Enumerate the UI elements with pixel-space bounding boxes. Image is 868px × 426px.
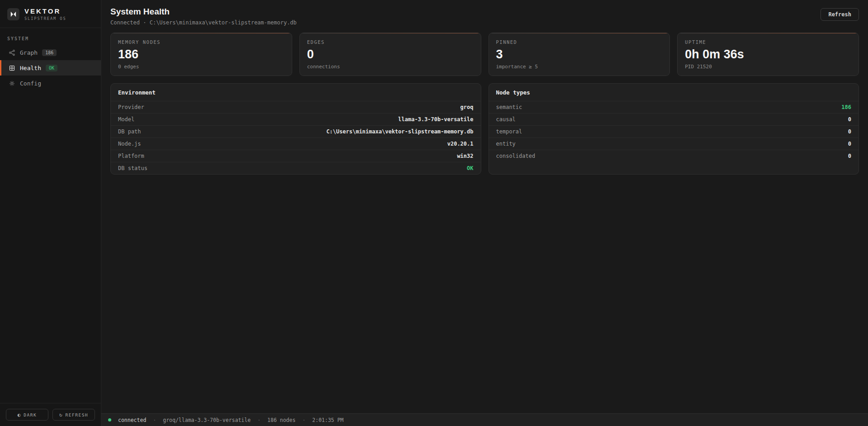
- status-separator: ·: [302, 417, 305, 423]
- row-value: llama-3.3-70b-versatile: [398, 116, 473, 123]
- stat-label: MEMORY NODES: [118, 39, 285, 45]
- stat-cards: MEMORY NODES 186 0 edges EDGES 0 connect…: [110, 33, 859, 76]
- dark-mode-button[interactable]: ◐ DARK: [6, 409, 48, 421]
- status-node-count: 186 nodes: [267, 417, 295, 423]
- dark-mode-label: DARK: [24, 412, 37, 417]
- stat-card-edges: EDGES 0 connections: [299, 33, 481, 76]
- stat-card-uptime: UPTIME 0h 0m 36s PID 21520: [677, 33, 859, 76]
- brand: VEKTOR SLIPSTREAM OS: [0, 0, 101, 28]
- stat-sub: PID 21520: [685, 64, 851, 70]
- node-type-row-entity: entity 0: [489, 137, 859, 150]
- sidebar-item-label: Config: [20, 80, 41, 87]
- brand-subtitle: SLIPSTREAM OS: [24, 16, 66, 21]
- node-type-row-consolidated: consolidated 0: [489, 150, 859, 162]
- page-header: System Health Connected · C:\Users\minim…: [101, 0, 868, 33]
- refresh-button[interactable]: Refresh: [821, 8, 859, 21]
- row-label: DB path: [118, 128, 141, 135]
- environment-panel: Environment Provider groq Model llama-3.…: [110, 83, 481, 175]
- stat-value: 186: [118, 48, 285, 61]
- env-row-provider: Provider groq: [111, 101, 481, 113]
- env-row-nodejs: Node.js v20.20.1: [111, 137, 481, 150]
- status-model: groq/llama-3.3-70b-versatile: [163, 417, 251, 423]
- health-ok-badge: OK: [46, 65, 57, 71]
- sidebar-item-label: Graph: [20, 49, 38, 56]
- node-type-row-temporal: temporal 0: [489, 125, 859, 137]
- sidebar-section-label: SYSTEM: [0, 36, 101, 41]
- row-label: Model: [118, 116, 134, 123]
- row-label: Provider: [118, 104, 144, 110]
- stat-card-pinned: PINNED 3 importance ≥ 5: [489, 33, 670, 76]
- stat-value: 0: [307, 48, 474, 61]
- stat-label: UPTIME: [685, 39, 851, 45]
- row-value: 186: [841, 104, 851, 110]
- sidebar-footer: ◐ DARK ↻ REFRESH: [0, 403, 101, 426]
- refresh-icon: ↻: [59, 412, 62, 418]
- sidebar-item-config[interactable]: Config: [0, 76, 101, 91]
- row-label: entity: [496, 141, 516, 147]
- page-title: System Health: [110, 7, 297, 17]
- row-value: 0: [848, 141, 851, 147]
- row-value: C:\Users\minimaxa\vektor-slipstream-memo…: [326, 128, 473, 135]
- sidebar-item-label: Health: [20, 65, 41, 71]
- env-row-platform: Platform win32: [111, 150, 481, 162]
- content-spacer: [101, 175, 868, 413]
- row-value: 0: [848, 153, 851, 159]
- row-label: semantic: [496, 104, 522, 110]
- stat-value: 0h 0m 36s: [685, 48, 851, 61]
- graph-icon: [9, 49, 15, 56]
- connection-status-dot-icon: [108, 418, 111, 421]
- status-time: 2:01:35 PM: [312, 417, 343, 423]
- row-label: causal: [496, 116, 516, 123]
- sidebar-item-graph[interactable]: Graph 186: [0, 45, 101, 60]
- row-value: groq: [460, 104, 474, 110]
- status-separator: ·: [153, 417, 156, 423]
- db-status-value: OK: [467, 165, 473, 171]
- config-gear-icon: [9, 80, 15, 87]
- brand-name: VEKTOR: [24, 7, 66, 15]
- row-value: v20.20.1: [447, 141, 474, 147]
- main-content: System Health Connected · C:\Users\minim…: [101, 0, 868, 426]
- stat-sub: importance ≥ 5: [496, 64, 663, 70]
- node-types-panel-title: Node types: [489, 84, 859, 101]
- connection-status: connected: [118, 417, 146, 423]
- sidebar-refresh-label: REFRESH: [66, 412, 89, 417]
- detail-panels: Environment Provider groq Model llama-3.…: [110, 83, 859, 175]
- stat-card-memory-nodes: MEMORY NODES 186 0 edges: [110, 33, 292, 76]
- stat-label: EDGES: [307, 39, 474, 45]
- stat-sub: connections: [307, 64, 474, 70]
- row-value: 0: [848, 116, 851, 123]
- sidebar-item-health[interactable]: Health OK: [0, 60, 101, 76]
- sidebar-nav: Graph 186 Health OK Config: [0, 45, 101, 91]
- env-row-db-path: DB path C:\Users\minimaxa\vektor-slipstr…: [111, 125, 481, 137]
- graph-count-badge: 186: [42, 49, 57, 56]
- health-grid-icon: [9, 65, 15, 71]
- status-separator: ·: [257, 417, 261, 423]
- row-label: DB status: [118, 165, 147, 171]
- node-type-row-causal: causal 0: [489, 113, 859, 125]
- node-types-panel: Node types semantic 186 causal 0 tempora…: [489, 83, 859, 175]
- dark-mode-icon: ◐: [18, 412, 21, 418]
- env-row-model: Model llama-3.3-70b-versatile: [111, 113, 481, 125]
- stat-value: 3: [496, 48, 663, 61]
- row-label: consolidated: [496, 153, 536, 159]
- row-label: temporal: [496, 128, 522, 135]
- sidebar-spacer: [0, 91, 101, 403]
- stat-sub: 0 edges: [118, 64, 285, 70]
- stat-label: PINNED: [496, 39, 663, 45]
- row-label: Node.js: [118, 141, 141, 147]
- env-row-db-status: DB status OK: [111, 162, 481, 174]
- connection-subtitle: Connected · C:\Users\minimaxa\vektor-sli…: [110, 19, 297, 26]
- node-type-row-semantic: semantic 186: [489, 101, 859, 113]
- environment-panel-title: Environment: [111, 84, 481, 101]
- row-label: Platform: [118, 153, 144, 159]
- sidebar-refresh-button[interactable]: ↻ REFRESH: [52, 409, 95, 421]
- row-value: 0: [848, 128, 851, 135]
- sidebar: VEKTOR SLIPSTREAM OS SYSTEM Graph 186: [0, 0, 101, 426]
- vektor-logo-icon: [7, 8, 19, 20]
- status-bar: connected · groq/llama-3.3-70b-versatile…: [101, 413, 868, 426]
- row-value: win32: [457, 153, 473, 159]
